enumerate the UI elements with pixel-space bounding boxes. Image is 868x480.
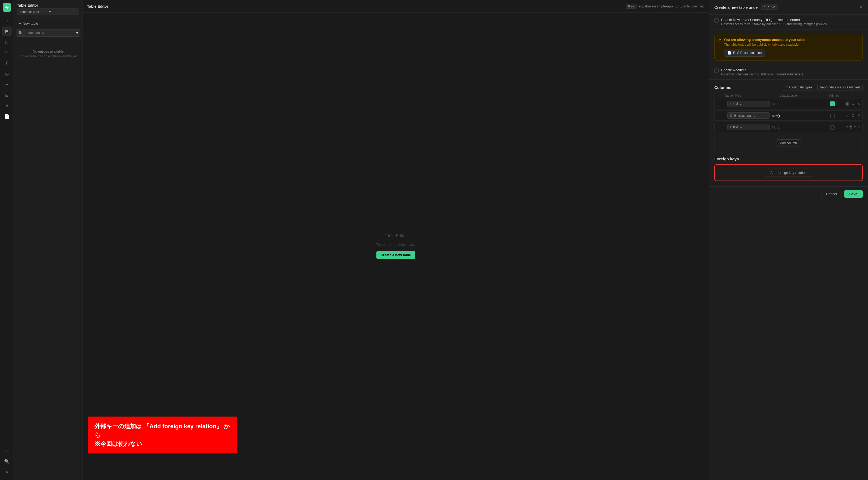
left-panel-header: Table Editor schema: public ▾ — [14, 0, 83, 18]
col-actions-created-at: ≡ ⚙ ✕ — [845, 113, 861, 118]
search-input[interactable] — [24, 31, 74, 35]
col-type-created-at[interactable]: 🗓 timestamptz ⌄ — [727, 112, 770, 119]
project-name: supabase-sample-app — [639, 4, 673, 8]
center-area: Table Editor There are no tables avai...… — [83, 13, 709, 480]
nav-storage-icon[interactable]: □ — [2, 48, 12, 57]
col-close-icon-text[interactable]: ✕ — [858, 124, 861, 130]
col-list-icon-text: ≡ — [845, 124, 848, 130]
col-default-input-id[interactable] — [772, 102, 820, 106]
column-headers: Name Type Default Value Primary — [714, 94, 863, 99]
realtime-checkbox[interactable] — [714, 68, 718, 73]
col-default-created-at — [772, 113, 820, 118]
import-spreadsheet-button[interactable]: Import data via spreadsheet — [817, 84, 863, 91]
center-title: Table Editor — [384, 234, 407, 238]
add-foreign-key-button[interactable]: Add foreign key relation — [766, 169, 811, 177]
nav-functions-icon[interactable]: ƒ — [2, 58, 12, 68]
col-default-id — [772, 102, 820, 106]
icon-sidebar: ⌂ ⊞ ◻ □ ƒ ◎ ✦ ⊟ ≡ 📄 ⚙ 🔍 ● — [0, 0, 14, 480]
primary-badge-id: ✓ — [822, 101, 843, 106]
nav-logs-icon[interactable]: ≡ — [2, 101, 12, 111]
nav-reports-icon[interactable]: ⊟ — [2, 90, 12, 100]
drag-handle-icon[interactable]: ⋮⋮ — [717, 101, 723, 107]
new-table-button[interactable]: + New table — [16, 20, 81, 27]
external-link-icon: ↗ — [785, 86, 787, 89]
drag-handle-icon[interactable]: ⋮⋮ — [717, 113, 723, 118]
realtime-section: Enable Realtime Broadcast changes on thi… — [709, 65, 868, 80]
primary-check-text[interactable] — [830, 125, 835, 129]
about-data-types-button[interactable]: ↗ About data types — [782, 84, 815, 91]
annotation-box: 外部キーの追加は 「Add foreign key relation」 から ※… — [88, 417, 237, 453]
branch-icon: ⎇ — [675, 4, 679, 8]
import-btn-label: Import data via spreadsheet — [820, 86, 860, 89]
panel-header-label: Create a new table under — [714, 5, 759, 9]
rls-doc-button[interactable]: 📄 RLS Documentation — [724, 49, 765, 57]
topbar: Table Editor Free supabase-sample-app ⎇ … — [83, 0, 709, 13]
close-icon[interactable]: ✕ — [859, 4, 863, 10]
add-column-button[interactable]: Add column — [776, 139, 801, 147]
drag-handle-icon[interactable]: ⋮⋮ — [717, 125, 723, 130]
col-type-text[interactable]: T text ⌄ — [727, 124, 770, 130]
realtime-text: Enable Realtime Broadcast changes on thi… — [721, 68, 803, 76]
schema-label: schema: public — [20, 10, 48, 14]
foreign-key-button-area: Add foreign key relation — [714, 164, 863, 181]
cancel-button[interactable]: Cancel — [822, 190, 841, 198]
col-settings-icon-id[interactable]: ⚙ — [850, 101, 855, 107]
type-label-id: int8 — [733, 102, 738, 106]
annotation-line1: 外部キーの追加は 「Add foreign key relation」 から — [94, 422, 230, 439]
col-default-text — [772, 125, 820, 129]
annotation-line2: ※今回は使わない — [94, 439, 230, 448]
about-btn-label: About data types — [788, 86, 812, 89]
col-header-default: Default Value — [779, 94, 827, 97]
schema-selector[interactable]: schema: public ▾ — [17, 8, 80, 16]
rls-doc-label: RLS Documentation — [733, 51, 762, 55]
rls-section: Enable Row Level Security (RLS) — recomm… — [709, 14, 868, 29]
topbar-title: Table Editor — [87, 4, 108, 8]
col-default-input-created-at[interactable] — [772, 114, 820, 118]
nav-ai-icon[interactable]: ✦ — [2, 80, 12, 89]
nav-docs-icon[interactable]: 📄 — [2, 112, 12, 121]
create-new-table-button[interactable]: Create a new table — [376, 251, 415, 259]
branch-label: Enable branching — [680, 4, 705, 8]
search-box[interactable]: 🔍 ▾ — [16, 29, 81, 37]
col-actions-id: 1 ⚙ ✕ — [845, 101, 861, 107]
primary-check-created-at[interactable] — [830, 114, 835, 118]
right-panel: Create a new table under public ✕ Enable… — [709, 0, 868, 480]
nav-search-icon[interactable]: 🔍 — [2, 457, 12, 466]
rls-checkbox[interactable] — [714, 18, 718, 23]
search-icon: 🔍 — [18, 31, 23, 35]
type-icon-calendar: 🗓 — [730, 114, 733, 117]
col-close-icon-id[interactable]: ✕ — [856, 101, 861, 107]
left-panel: Table Editor schema: public ▾ + New tabl… — [14, 0, 83, 480]
col-default-input-text[interactable] — [772, 126, 820, 129]
primary-check-id[interactable]: ✓ — [830, 101, 835, 106]
col-badge-1-text: 1 — [849, 125, 852, 129]
rls-text: Enable Row Level Security (RLS) — recomm… — [721, 18, 828, 26]
save-button[interactable]: Save — [844, 190, 863, 198]
nav-user-icon[interactable]: ● — [2, 467, 12, 477]
col-header-primary: Primary — [829, 94, 850, 97]
nav-auth-icon[interactable]: ◻ — [2, 37, 12, 47]
no-entities-sub: This schema has no entities available ye… — [18, 54, 78, 58]
col-header-name: Name — [725, 94, 733, 97]
realtime-title: Enable Realtime — [721, 68, 803, 72]
nav-home-icon[interactable]: ⌂ — [2, 16, 12, 26]
primary-badge-created-at — [822, 113, 843, 118]
branch-button[interactable]: ⎇ Enable branching — [675, 4, 705, 8]
columns-header: Columns ↗ About data types Import data v… — [714, 84, 863, 91]
nav-realtime-icon[interactable]: ◎ — [2, 69, 12, 79]
col-close-icon-created-at[interactable]: ✕ — [857, 113, 861, 118]
type-chevron-icon: ⌄ — [753, 114, 756, 117]
nav-table-icon[interactable]: ⊞ — [2, 27, 12, 36]
col-type-id[interactable]: # int8 ⌄ — [727, 101, 770, 107]
no-entities-title: No entities available — [18, 49, 78, 53]
col-settings-icon-text[interactable]: ⚙ — [854, 124, 857, 130]
warning-icon: ⚠ — [718, 38, 721, 42]
type-icon-hash: # — [730, 102, 731, 106]
table-row: ⋮⋮ # int8 ⌄ ✓ 1 ⚙ ✕ — [714, 99, 863, 109]
columns-section: Columns ↗ About data types Import data v… — [709, 80, 868, 134]
app-logo[interactable] — [3, 3, 11, 12]
nav-settings-icon[interactable]: ⚙ — [2, 446, 12, 456]
new-table-label: New table — [23, 22, 38, 26]
col-settings-icon-created-at[interactable]: ⚙ — [851, 113, 855, 118]
main-content: Table Editor Free supabase-sample-app ⎇ … — [83, 0, 709, 480]
